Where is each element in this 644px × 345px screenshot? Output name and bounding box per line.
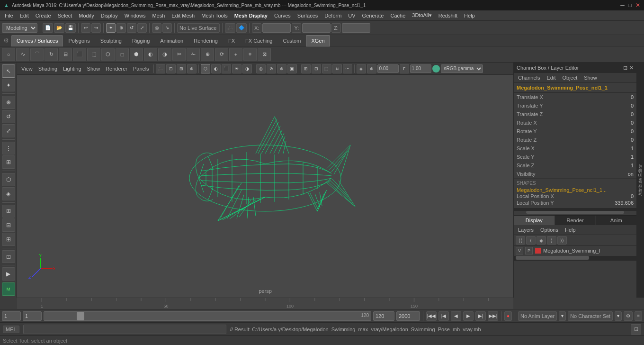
play-forward-button[interactable]: ▶	[463, 311, 474, 321]
vp-menu-lighting[interactable]: Lighting	[61, 65, 84, 73]
shelf-icon-19[interactable]: ⊠	[258, 48, 271, 61]
paint-select-tool-icon[interactable]: ✦	[2, 79, 15, 92]
layers-menu-layers[interactable]: Layers	[516, 226, 536, 234]
layer-key-icon[interactable]: ◆	[537, 236, 546, 245]
current-frame-field[interactable]: 1	[2, 311, 21, 321]
show-manipulator-icon[interactable]: ⬡	[2, 173, 15, 186]
cluster-icon[interactable]: ⊡	[2, 250, 15, 263]
soft-mod-icon[interactable]: ◈	[2, 187, 15, 200]
shelf-icon-13[interactable]: ✂	[172, 48, 186, 61]
command-line-input[interactable]	[23, 325, 226, 334]
layer-color-swatch[interactable]	[535, 247, 541, 254]
layers-menu-help[interactable]: Help	[563, 226, 578, 234]
layer-prev-icon[interactable]: ⟨⟨	[516, 236, 525, 245]
cb-tab-display[interactable]: Display	[514, 216, 555, 225]
menu-mesh[interactable]: Mesh	[149, 12, 168, 19]
vp-pivot-icon[interactable]: ⊡	[312, 64, 321, 73]
move-tool-icon[interactable]: ⊕	[2, 96, 15, 109]
vp-wireframe-icon[interactable]: ⬡	[201, 64, 210, 73]
vp-lighting-icon[interactable]: ☀	[232, 64, 242, 73]
layer-visibility-button[interactable]: V	[516, 247, 523, 254]
menu-cache[interactable]: Cache	[387, 12, 408, 19]
connection-editor-icon[interactable]: ⊞	[2, 233, 15, 246]
shelf-icon-17[interactable]: +	[229, 48, 242, 61]
anim-layer-selector[interactable]: ▾	[559, 311, 566, 321]
component-editor-icon[interactable]: ⊟	[2, 218, 15, 232]
char-set-settings-button[interactable]: ⚙	[624, 311, 633, 321]
shelf-icon-2[interactable]: ∿	[16, 48, 29, 61]
vp-menu-show[interactable]: Show	[85, 65, 103, 73]
menu-uv[interactable]: UV	[345, 12, 358, 19]
shelf-icon-14[interactable]: ✁	[187, 48, 200, 61]
vp-colorspace-selector[interactable]: sRGB gamma	[441, 64, 483, 73]
render-button[interactable]: 🔷	[236, 23, 247, 33]
new-file-button[interactable]: 📄	[43, 23, 53, 33]
save-file-button[interactable]: 💾	[65, 23, 76, 33]
cb-menu-edit[interactable]: Edit	[544, 74, 558, 82]
cb-close-icon[interactable]: ✕	[629, 65, 634, 71]
vp-smooth-icon[interactable]: ◐	[211, 64, 221, 73]
shelf-icon-18[interactable]: ⌗	[243, 48, 257, 61]
menu-mesh-display[interactable]: Mesh Display	[232, 12, 270, 19]
select-tool-button[interactable]: ✦	[106, 23, 116, 33]
layer-back-icon[interactable]: ⟨	[526, 236, 536, 245]
playback-range-slider[interactable]: 120	[44, 311, 371, 321]
menu-display[interactable]: Display	[98, 12, 121, 19]
vp-menu-panels[interactable]: Panels	[131, 65, 152, 73]
vp-exposure-value[interactable]: 0.00	[377, 64, 399, 73]
menu-curves[interactable]: Curves	[271, 12, 294, 19]
menu-3dtoall[interactable]: 3DtoAll▾	[409, 11, 434, 19]
next-frame-button[interactable]: ▶|	[475, 311, 486, 321]
redo-button[interactable]: ↪	[91, 23, 101, 33]
tab-fx[interactable]: FX	[223, 35, 240, 46]
playback-speed-field[interactable]: 2000	[396, 311, 420, 321]
shelf-icon-8[interactable]: ⬡	[101, 48, 115, 61]
layers-menu-options[interactable]: Options	[538, 226, 561, 234]
cb-tab-anim[interactable]: Anim	[596, 216, 636, 225]
shelf-icon-15[interactable]: ⊕	[201, 48, 214, 61]
tab-polygons[interactable]: Polygons	[63, 35, 95, 46]
maximize-button[interactable]: □	[628, 2, 632, 9]
y-field[interactable]	[302, 23, 331, 33]
layer-next-icon[interactable]: ⟩⟩	[557, 236, 567, 245]
shelf-icon-16[interactable]: ⟳	[215, 48, 228, 61]
vp-iso-icon[interactable]: ⊘	[267, 64, 276, 73]
snap-grid-icon[interactable]: ⊞	[2, 155, 15, 169]
menu-redshift[interactable]: Redshift	[436, 12, 460, 19]
menu-select[interactable]: Select	[55, 12, 75, 19]
rotate-tool-button[interactable]: ↺	[127, 23, 136, 33]
scale-tool-button[interactable]: ⤢	[137, 23, 147, 33]
cb-menu-object[interactable]: Object	[560, 74, 580, 82]
shelf-icon-3[interactable]: ⌒	[30, 48, 44, 61]
tab-curves-surfaces[interactable]: Curves / Surfaces	[11, 35, 63, 46]
shape-name[interactable]: Megalodon_Swimming_Pose_ncl1_1...	[517, 187, 634, 193]
current-frame-display[interactable]: 1	[23, 311, 42, 321]
shelf-icon-9[interactable]: □	[116, 48, 129, 61]
prev-frame-button[interactable]: |◀	[438, 311, 449, 321]
minimize-button[interactable]: ─	[620, 2, 625, 9]
shelf-icon-6[interactable]: ⬛	[73, 48, 86, 61]
tab-xgen[interactable]: XGen	[306, 35, 330, 46]
vp-colormode-icon[interactable]	[432, 65, 440, 73]
menu-create[interactable]: Create	[33, 12, 54, 19]
vp-camera-icon[interactable]: 🎥	[156, 64, 165, 73]
vp-texture-icon[interactable]: ⬛	[222, 64, 231, 73]
tab-custom[interactable]: Custom	[278, 35, 306, 46]
vp-aa-icon[interactable]: ⊛	[277, 64, 286, 73]
tab-animation[interactable]: Animation	[155, 35, 188, 46]
end-frame-field[interactable]: 120	[373, 311, 394, 321]
vp-menu-renderer[interactable]: Renderer	[103, 65, 130, 73]
vp-deform-icon[interactable]: ⬚	[322, 64, 331, 73]
vp-manip-icon[interactable]: ⊞	[301, 64, 311, 73]
cb-expand-icon[interactable]: ⊡	[623, 65, 627, 71]
maya-logo-icon[interactable]: M	[2, 282, 15, 296]
layer-playback-button[interactable]: P	[525, 247, 533, 254]
menu-edit-mesh[interactable]: Edit Mesh	[169, 12, 197, 19]
close-button[interactable]: ✕	[635, 2, 640, 9]
tab-fx-caching[interactable]: FX Caching	[240, 35, 277, 46]
shelf-icon-7[interactable]: ⬚	[87, 48, 100, 61]
vp-menu-shading[interactable]: Shading	[36, 65, 60, 73]
vp-filmgate-icon[interactable]: ⊡	[166, 64, 176, 73]
menu-surfaces[interactable]: Surfaces	[295, 12, 321, 19]
tab-sculpting[interactable]: Sculpting	[95, 35, 127, 46]
